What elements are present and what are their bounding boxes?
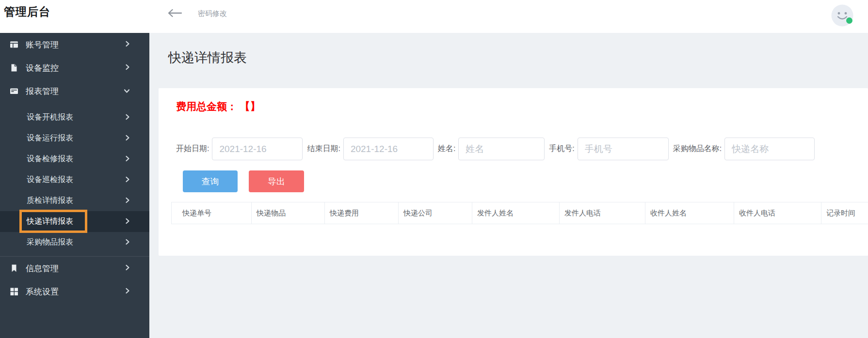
submenu-item-purchase-report[interactable]: 采购物品报表 <box>0 232 149 253</box>
sidebar-item-label: 报表管理 <box>26 86 124 97</box>
app-title: 管理后台 <box>4 5 50 18</box>
page-title: 快递详情报表 <box>168 48 868 67</box>
report-card-icon <box>10 87 18 95</box>
sidebar-item-info[interactable]: 信息管理 <box>0 257 149 280</box>
item-name-input[interactable] <box>724 138 815 160</box>
submenu-item-quality-report[interactable]: 质检详情报表 <box>0 190 149 211</box>
table-header-cell: 记录时间 <box>821 202 868 224</box>
start-date-input[interactable] <box>212 138 303 160</box>
submenu-item-express-report[interactable]: 快递详情报表 <box>0 211 149 232</box>
chevron-right-icon <box>125 263 130 273</box>
submenu-item-power-on-report[interactable]: 设备开机报表 <box>0 107 149 128</box>
name-input[interactable] <box>458 138 545 160</box>
submenu-item-label: 质检详情报表 <box>27 196 125 206</box>
submenu-item-label: 设备开机报表 <box>27 112 125 123</box>
submenu-item-run-report[interactable]: 设备运行报表 <box>0 128 149 149</box>
online-status-dot <box>846 17 852 24</box>
table-header-cell: 快递费用 <box>325 202 399 224</box>
report-table-wrap: 快递单号 快递物品 快递费用 快递公司 发件人姓名 发件人电话 收件人姓名 收件… <box>171 202 868 256</box>
table-empty-body <box>171 224 868 256</box>
sidebar-item-account[interactable]: 账号管理 <box>0 33 149 56</box>
sidebar-item-device-monitor[interactable]: 设备监控 <box>0 56 149 79</box>
table-header-cell: 快递单号 <box>172 202 252 224</box>
submenu-item-label: 设备运行报表 <box>27 133 125 143</box>
device-file-icon <box>10 63 18 72</box>
table-header-cell: 收件人姓名 <box>645 202 734 224</box>
table-header-row: 快递单号 快递物品 快递费用 快递公司 发件人姓名 发件人电话 收件人姓名 收件… <box>172 202 868 224</box>
end-date-input[interactable] <box>343 138 434 160</box>
end-date-label: 结束日期: <box>307 144 340 154</box>
phone-label: 手机号: <box>549 144 574 154</box>
back-arrow-icon <box>167 12 182 19</box>
total-fee-text: 费用总金额： 【】 <box>176 100 868 113</box>
top-header: 管理后台 密码修改 <box>0 0 868 33</box>
table-header-cell: 收件人电话 <box>734 202 821 224</box>
chevron-right-icon <box>125 287 130 296</box>
chevron-right-icon <box>125 176 130 184</box>
submenu-item-label: 设备检修报表 <box>27 154 125 164</box>
chevron-right-icon <box>125 63 130 73</box>
filter-row: 开始日期: 结束日期: 姓名: 手机号: 采购物品名称: <box>176 138 868 160</box>
submenu-item-label: 采购物品报表 <box>27 237 125 247</box>
chevron-right-icon <box>125 155 130 164</box>
back-button[interactable] <box>166 8 183 19</box>
table-header-cell: 快递物品 <box>252 202 325 224</box>
sidebar-item-label: 账号管理 <box>26 39 125 50</box>
sidebar-item-label: 系统设置 <box>26 286 125 297</box>
submenu-item-inspection-report[interactable]: 设备巡检报表 <box>0 169 149 190</box>
sidebar-item-reports[interactable]: 报表管理 <box>0 79 149 103</box>
sidebar-nav: 账号管理 设备监控 报表管理 设 <box>0 33 149 338</box>
chevron-right-icon <box>125 134 130 143</box>
query-button[interactable]: 查询 <box>183 170 238 192</box>
phone-input[interactable] <box>578 138 669 160</box>
name-label: 姓名: <box>438 144 455 154</box>
chevron-right-icon <box>125 113 130 122</box>
main-content: 快递详情报表 费用总金额： 【】 开始日期: 结束日期: 姓名: 手机号: 采购… <box>149 33 868 338</box>
sidebar-item-settings[interactable]: 系统设置 <box>0 280 149 303</box>
table-header-cell: 快递公司 <box>399 202 472 224</box>
submenu-item-label: 快递详情报表 <box>27 216 125 227</box>
chevron-right-icon <box>125 217 130 226</box>
item-name-label: 采购物品名称: <box>673 144 722 154</box>
start-date-label: 开始日期: <box>176 144 209 154</box>
report-card: 费用总金额： 【】 开始日期: 结束日期: 姓名: 手机号: 采购物品名称: 查… <box>159 88 868 256</box>
export-button[interactable]: 导出 <box>249 170 304 192</box>
chevron-right-icon <box>125 197 130 205</box>
table-header-cell: 发件人电话 <box>560 202 645 224</box>
submenu-item-label: 设备巡检报表 <box>27 175 125 185</box>
button-row: 查询 导出 <box>183 170 868 192</box>
account-panel-icon <box>10 40 18 49</box>
chevron-right-icon <box>125 40 130 49</box>
breadcrumb-title: 密码修改 <box>198 9 227 18</box>
chevron-down-icon <box>124 86 130 96</box>
sidebar-item-label: 信息管理 <box>26 263 125 274</box>
table-header-cell: 发件人姓名 <box>472 202 560 224</box>
sidebar-item-label: 设备监控 <box>26 62 125 74</box>
reports-submenu: 设备开机报表 设备运行报表 设备检修报表 设备巡检报表 质检详情报表 <box>0 107 149 253</box>
grid-icon <box>10 287 18 296</box>
user-avatar[interactable] <box>831 4 853 27</box>
bookmark-icon <box>10 264 18 273</box>
chevron-right-icon <box>125 238 130 247</box>
report-table: 快递单号 快递物品 快递费用 快递公司 发件人姓名 发件人电话 收件人姓名 收件… <box>171 202 868 224</box>
submenu-item-maintenance-report[interactable]: 设备检修报表 <box>0 149 149 169</box>
